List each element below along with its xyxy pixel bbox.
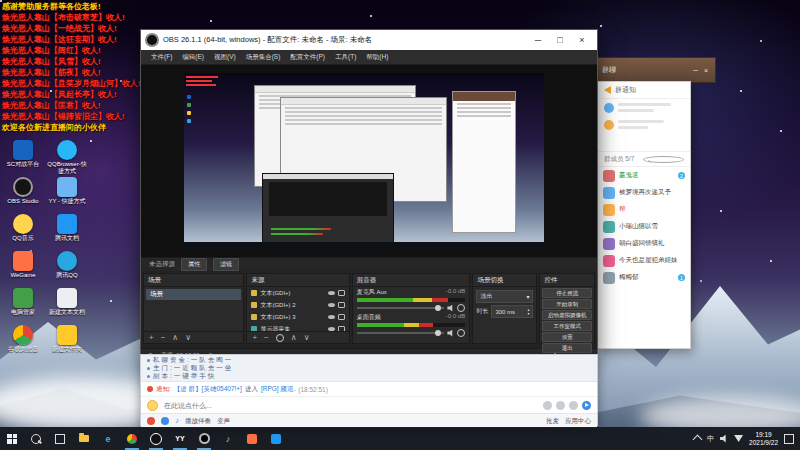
desktop-speaker-icon[interactable] — [447, 330, 454, 337]
desktop-icon-qq[interactable]: 腾讯QQ — [46, 251, 88, 279]
volume-icon[interactable] — [720, 435, 728, 443]
source-row[interactable]: 文本(GDI+) 3 — [247, 311, 348, 323]
member-row[interactable]: 梅梅郁 1 — [598, 269, 690, 286]
desktop-icon-qqmusic[interactable]: QQ音乐 — [2, 214, 44, 242]
scene-down-button[interactable]: ∨ — [185, 334, 191, 342]
visibility-eye-icon[interactable] — [328, 315, 335, 319]
scene-item[interactable]: 场景 — [146, 289, 241, 300]
source-row[interactable]: 文本(GDI+) — [247, 287, 348, 299]
screenshot-icon[interactable] — [556, 401, 565, 410]
desktop-icon-pcmanager[interactable]: 电脑管家 — [2, 288, 44, 316]
remove-source-button[interactable]: − — [264, 334, 269, 342]
lock-icon[interactable] — [338, 302, 345, 308]
source-settings-gear-icon[interactable] — [276, 334, 284, 342]
yy-button[interactable]: YY — [168, 427, 192, 450]
tray-expand-chevron-icon[interactable] — [693, 435, 703, 445]
close-button[interactable]: × — [571, 31, 593, 49]
search-icon[interactable] — [643, 156, 684, 163]
obs-titlebar[interactable]: OBS 26.1.1 (64-bit, windows) - 配置文件: 未命名… — [141, 30, 597, 50]
member-row[interactable]: 赢鬼速 2 — [598, 167, 690, 184]
desktop-icon-folder[interactable]: 新建文件夹 — [46, 325, 88, 353]
filters-button[interactable]: 滤镜 — [213, 258, 239, 271]
visibility-eye-icon[interactable] — [328, 303, 335, 307]
start-recording-button[interactable]: 开始录制 — [542, 299, 592, 309]
task-view-button[interactable] — [48, 427, 72, 450]
desktop-icon-browser[interactable]: 谷歌浏览器 — [2, 325, 44, 353]
qq-minimize-button[interactable]: ─ — [690, 67, 701, 74]
remove-scene-button[interactable]: − — [161, 334, 166, 342]
virtual-camera-button[interactable]: 启动虚拟摄像机 — [542, 310, 592, 320]
menu-tools[interactable]: 工具(T) — [331, 53, 360, 62]
scene-up-button[interactable]: ∧ — [172, 334, 178, 342]
add-scene-button[interactable]: + — [149, 334, 154, 342]
menu-profile[interactable]: 配置文件(P) — [286, 53, 329, 62]
mic-settings-gear-icon[interactable] — [457, 304, 465, 312]
qq-close-button[interactable]: × — [701, 67, 711, 74]
source-down-button[interactable]: ∨ — [304, 334, 310, 342]
settings-button[interactable]: 设置 — [542, 332, 592, 342]
desktop-icon-obs[interactable]: OBS Studio — [2, 177, 44, 205]
file-explorer-button[interactable] — [72, 427, 96, 450]
member-row[interactable]: 小瑞山猫以雪 — [598, 218, 690, 235]
taskbar-search-button[interactable] — [24, 427, 48, 450]
stop-streaming-button[interactable]: 停止推流 — [542, 288, 592, 298]
duration-stepper[interactable]: 300 ms ▴▾ — [491, 305, 533, 318]
transition-select[interactable]: 淡出 ▾ — [476, 290, 533, 303]
docs-button[interactable] — [264, 427, 288, 450]
menu-scene-collection[interactable]: 场景集合(S) — [242, 53, 285, 62]
desktop-settings-gear-icon[interactable] — [457, 329, 465, 337]
wegame-button[interactable] — [240, 427, 264, 450]
member-row[interactable]: 被梦境再次递又予 — [598, 184, 690, 201]
maximize-button[interactable]: □ — [549, 31, 571, 49]
microphone-icon[interactable] — [161, 417, 169, 425]
source-up-button[interactable]: ∧ — [291, 334, 297, 342]
member-row[interactable]: 今天也是屋犯弟姐妹 — [598, 252, 690, 269]
qq-window-titlebar[interactable]: 群聊 ─ × — [597, 57, 716, 83]
image-icon[interactable] — [543, 401, 552, 410]
desktop-icon-qqbrowser[interactable]: QQBrowser-快捷方式 — [46, 140, 88, 175]
mic-speaker-icon[interactable] — [447, 305, 454, 312]
exit-button[interactable]: 退出 — [542, 343, 592, 353]
member-row[interactable]: 帮 — [598, 201, 690, 218]
member-row[interactable]: 朝白盛回馈犒礼 — [598, 235, 690, 252]
play-accompaniment-button[interactable]: 播放伴奏 — [185, 417, 211, 426]
edge-button[interactable]: e — [96, 427, 120, 450]
voice-changer-button[interactable]: 变声 — [217, 417, 230, 426]
lock-icon[interactable] — [338, 314, 345, 320]
studio-mode-button[interactable]: 工作室模式 — [542, 321, 592, 331]
minimize-button[interactable]: ─ — [527, 31, 549, 49]
visibility-eye-icon[interactable] — [328, 291, 335, 295]
obs-taskbar-button[interactable] — [192, 427, 216, 450]
properties-button[interactable]: 属性 — [181, 258, 207, 271]
taskbar-clock[interactable]: 19:19 2021/9/22 — [749, 431, 778, 446]
action-center-icon[interactable] — [784, 434, 794, 444]
obs-preview[interactable] — [141, 65, 597, 257]
desktop-volume-slider[interactable] — [357, 332, 445, 334]
send-button[interactable] — [582, 401, 591, 410]
lock-icon[interactable] — [338, 290, 345, 296]
desktop-icon-sc[interactable]: SC对战平台 — [2, 140, 44, 168]
chrome-button[interactable] — [120, 427, 144, 450]
desktop-icon-textfile[interactable]: 新建文本文档 — [46, 288, 88, 316]
mic-volume-slider[interactable] — [357, 307, 445, 309]
start-button[interactable] — [0, 427, 24, 450]
menu-view[interactable]: 视图(V) — [210, 53, 240, 62]
qq-button[interactable] — [144, 427, 168, 450]
history-icon[interactable] — [569, 401, 578, 410]
grab-mic-button[interactable]: 抢麦 — [546, 417, 559, 426]
record-stop-icon[interactable] — [147, 417, 155, 425]
desktop-icon-yy[interactable]: YY - 快捷方式 — [46, 177, 88, 205]
music-button[interactable]: ♪ — [216, 427, 240, 450]
add-source-button[interactable]: + — [252, 334, 257, 342]
source-row[interactable]: 文本(GDI+) 2 — [247, 299, 348, 311]
group-notice-row[interactable]: 群通知 — [598, 82, 690, 99]
chat-input[interactable] — [162, 401, 539, 410]
network-icon[interactable] — [734, 435, 743, 442]
desktop-icon-docs[interactable]: 腾讯文档 — [46, 214, 88, 242]
menu-edit[interactable]: 编辑(E) — [178, 53, 208, 62]
app-center-button[interactable]: 应用中心 — [565, 417, 591, 426]
menu-help[interactable]: 帮助(H) — [362, 53, 392, 62]
menu-file[interactable]: 文件(F) — [147, 53, 176, 62]
desktop-icon-wegame[interactable]: WeGame — [2, 251, 44, 279]
emoji-icon[interactable] — [147, 400, 158, 411]
